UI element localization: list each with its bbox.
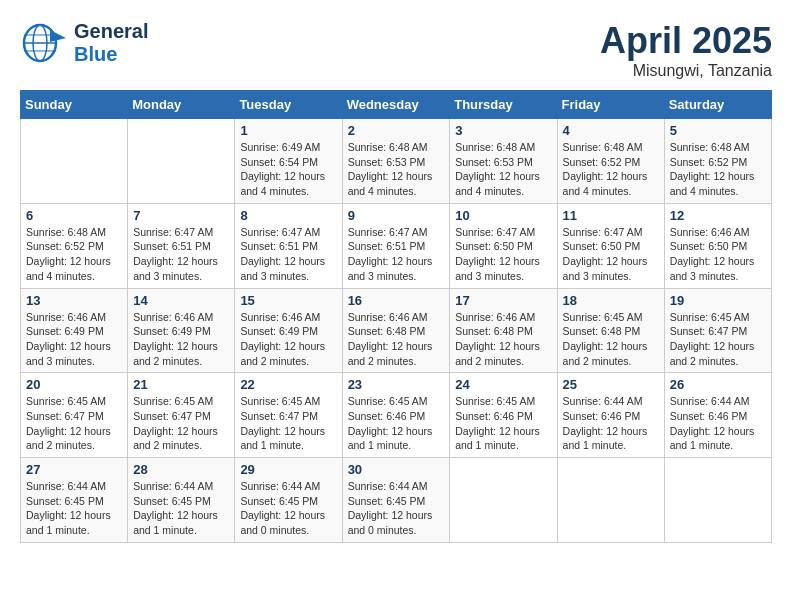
day-info: Sunrise: 6:46 AMSunset: 6:48 PMDaylight:… <box>455 310 551 369</box>
day-number: 10 <box>455 208 551 223</box>
day-info: Sunrise: 6:45 AMSunset: 6:48 PMDaylight:… <box>563 310 659 369</box>
weekday-header-monday: Monday <box>128 91 235 119</box>
calendar-cell: 26Sunrise: 6:44 AMSunset: 6:46 PMDayligh… <box>664 373 771 458</box>
day-number: 6 <box>26 208 122 223</box>
day-info: Sunrise: 6:47 AMSunset: 6:51 PMDaylight:… <box>240 225 336 284</box>
day-info: Sunrise: 6:46 AMSunset: 6:48 PMDaylight:… <box>348 310 445 369</box>
day-number: 12 <box>670 208 766 223</box>
day-info: Sunrise: 6:48 AMSunset: 6:52 PMDaylight:… <box>670 140 766 199</box>
day-number: 20 <box>26 377 122 392</box>
calendar-cell: 10Sunrise: 6:47 AMSunset: 6:50 PMDayligh… <box>450 203 557 288</box>
calendar-cell: 3Sunrise: 6:48 AMSunset: 6:53 PMDaylight… <box>450 119 557 204</box>
calendar-cell: 20Sunrise: 6:45 AMSunset: 6:47 PMDayligh… <box>21 373 128 458</box>
calendar-cell <box>450 458 557 543</box>
day-number: 1 <box>240 123 336 138</box>
calendar-cell <box>21 119 128 204</box>
day-info: Sunrise: 6:45 AMSunset: 6:47 PMDaylight:… <box>133 394 229 453</box>
day-number: 15 <box>240 293 336 308</box>
day-number: 23 <box>348 377 445 392</box>
calendar-cell: 16Sunrise: 6:46 AMSunset: 6:48 PMDayligh… <box>342 288 450 373</box>
day-number: 14 <box>133 293 229 308</box>
day-number: 13 <box>26 293 122 308</box>
calendar-cell: 7Sunrise: 6:47 AMSunset: 6:51 PMDaylight… <box>128 203 235 288</box>
day-info: Sunrise: 6:48 AMSunset: 6:52 PMDaylight:… <box>26 225 122 284</box>
calendar-week-row: 27Sunrise: 6:44 AMSunset: 6:45 PMDayligh… <box>21 458 772 543</box>
calendar-cell: 24Sunrise: 6:45 AMSunset: 6:46 PMDayligh… <box>450 373 557 458</box>
day-info: Sunrise: 6:45 AMSunset: 6:47 PMDaylight:… <box>240 394 336 453</box>
day-info: Sunrise: 6:45 AMSunset: 6:47 PMDaylight:… <box>26 394 122 453</box>
day-number: 7 <box>133 208 229 223</box>
day-number: 29 <box>240 462 336 477</box>
day-number: 19 <box>670 293 766 308</box>
calendar-cell: 23Sunrise: 6:45 AMSunset: 6:46 PMDayligh… <box>342 373 450 458</box>
day-info: Sunrise: 6:46 AMSunset: 6:49 PMDaylight:… <box>133 310 229 369</box>
day-info: Sunrise: 6:46 AMSunset: 6:49 PMDaylight:… <box>26 310 122 369</box>
calendar-cell: 29Sunrise: 6:44 AMSunset: 6:45 PMDayligh… <box>235 458 342 543</box>
calendar-cell <box>557 458 664 543</box>
calendar-cell: 13Sunrise: 6:46 AMSunset: 6:49 PMDayligh… <box>21 288 128 373</box>
day-info: Sunrise: 6:47 AMSunset: 6:50 PMDaylight:… <box>455 225 551 284</box>
day-number: 22 <box>240 377 336 392</box>
calendar-cell: 14Sunrise: 6:46 AMSunset: 6:49 PMDayligh… <box>128 288 235 373</box>
day-info: Sunrise: 6:44 AMSunset: 6:46 PMDaylight:… <box>670 394 766 453</box>
calendar-cell: 22Sunrise: 6:45 AMSunset: 6:47 PMDayligh… <box>235 373 342 458</box>
day-number: 2 <box>348 123 445 138</box>
calendar-cell: 11Sunrise: 6:47 AMSunset: 6:50 PMDayligh… <box>557 203 664 288</box>
day-number: 4 <box>563 123 659 138</box>
day-info: Sunrise: 6:44 AMSunset: 6:45 PMDaylight:… <box>348 479 445 538</box>
calendar-cell: 5Sunrise: 6:48 AMSunset: 6:52 PMDaylight… <box>664 119 771 204</box>
weekday-header-saturday: Saturday <box>664 91 771 119</box>
weekday-header-friday: Friday <box>557 91 664 119</box>
title-area: April 2025 Misungwi, Tanzania <box>600 20 772 80</box>
calendar-week-row: 13Sunrise: 6:46 AMSunset: 6:49 PMDayligh… <box>21 288 772 373</box>
calendar-week-row: 6Sunrise: 6:48 AMSunset: 6:52 PMDaylight… <box>21 203 772 288</box>
day-info: Sunrise: 6:48 AMSunset: 6:53 PMDaylight:… <box>348 140 445 199</box>
logo: General Blue <box>20 20 148 66</box>
day-info: Sunrise: 6:45 AMSunset: 6:46 PMDaylight:… <box>455 394 551 453</box>
month-title: April 2025 <box>600 20 772 62</box>
day-info: Sunrise: 6:44 AMSunset: 6:45 PMDaylight:… <box>133 479 229 538</box>
day-number: 28 <box>133 462 229 477</box>
calendar-cell: 15Sunrise: 6:46 AMSunset: 6:49 PMDayligh… <box>235 288 342 373</box>
calendar-table: SundayMondayTuesdayWednesdayThursdayFrid… <box>20 90 772 543</box>
day-info: Sunrise: 6:45 AMSunset: 6:46 PMDaylight:… <box>348 394 445 453</box>
calendar-week-row: 20Sunrise: 6:45 AMSunset: 6:47 PMDayligh… <box>21 373 772 458</box>
day-info: Sunrise: 6:47 AMSunset: 6:51 PMDaylight:… <box>348 225 445 284</box>
day-number: 11 <box>563 208 659 223</box>
calendar-cell: 17Sunrise: 6:46 AMSunset: 6:48 PMDayligh… <box>450 288 557 373</box>
calendar-cell <box>664 458 771 543</box>
day-number: 8 <box>240 208 336 223</box>
calendar-cell: 30Sunrise: 6:44 AMSunset: 6:45 PMDayligh… <box>342 458 450 543</box>
calendar-cell <box>128 119 235 204</box>
calendar-cell: 9Sunrise: 6:47 AMSunset: 6:51 PMDaylight… <box>342 203 450 288</box>
day-info: Sunrise: 6:46 AMSunset: 6:49 PMDaylight:… <box>240 310 336 369</box>
day-number: 18 <box>563 293 659 308</box>
day-number: 30 <box>348 462 445 477</box>
calendar-cell: 28Sunrise: 6:44 AMSunset: 6:45 PMDayligh… <box>128 458 235 543</box>
weekday-header-sunday: Sunday <box>21 91 128 119</box>
day-info: Sunrise: 6:47 AMSunset: 6:51 PMDaylight:… <box>133 225 229 284</box>
logo-blue: Blue <box>74 43 148 66</box>
day-number: 27 <box>26 462 122 477</box>
logo-globe-icon <box>20 22 66 64</box>
day-info: Sunrise: 6:46 AMSunset: 6:50 PMDaylight:… <box>670 225 766 284</box>
logo-general: General <box>74 20 148 43</box>
day-info: Sunrise: 6:44 AMSunset: 6:45 PMDaylight:… <box>26 479 122 538</box>
day-info: Sunrise: 6:44 AMSunset: 6:46 PMDaylight:… <box>563 394 659 453</box>
weekday-header-thursday: Thursday <box>450 91 557 119</box>
day-number: 26 <box>670 377 766 392</box>
calendar-cell: 4Sunrise: 6:48 AMSunset: 6:52 PMDaylight… <box>557 119 664 204</box>
calendar-cell: 27Sunrise: 6:44 AMSunset: 6:45 PMDayligh… <box>21 458 128 543</box>
day-info: Sunrise: 6:44 AMSunset: 6:45 PMDaylight:… <box>240 479 336 538</box>
calendar-cell: 12Sunrise: 6:46 AMSunset: 6:50 PMDayligh… <box>664 203 771 288</box>
calendar-cell: 18Sunrise: 6:45 AMSunset: 6:48 PMDayligh… <box>557 288 664 373</box>
svg-marker-5 <box>50 30 66 42</box>
location: Misungwi, Tanzania <box>600 62 772 80</box>
day-info: Sunrise: 6:45 AMSunset: 6:47 PMDaylight:… <box>670 310 766 369</box>
day-number: 3 <box>455 123 551 138</box>
calendar-cell: 8Sunrise: 6:47 AMSunset: 6:51 PMDaylight… <box>235 203 342 288</box>
calendar-cell: 2Sunrise: 6:48 AMSunset: 6:53 PMDaylight… <box>342 119 450 204</box>
weekday-header-tuesday: Tuesday <box>235 91 342 119</box>
page-header: General Blue April 2025 Misungwi, Tanzan… <box>20 20 772 80</box>
day-info: Sunrise: 6:48 AMSunset: 6:53 PMDaylight:… <box>455 140 551 199</box>
